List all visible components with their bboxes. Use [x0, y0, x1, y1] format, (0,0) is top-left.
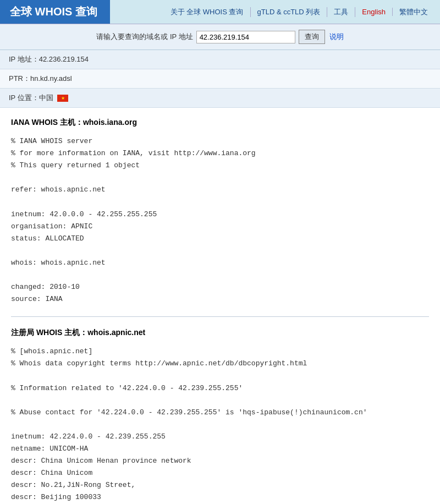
search-label: 请输入要查询的域名或 IP 地址 — [96, 32, 193, 42]
ptr-row: PTR：hn.kd.ny.adsl — [0, 69, 440, 89]
explain-link[interactable]: 说明 — [329, 32, 344, 42]
apnic-whois-text: % [whois.apnic.net] % Whois data copyrig… — [11, 346, 429, 504]
china-flag-icon: ★ — [57, 95, 68, 102]
nav-traditional[interactable]: 繁體中文 — [393, 7, 435, 17]
header: 全球 WHOIS 查询 关于 全球 WHOIS 查询 gTLD & ccTLD … — [0, 0, 440, 24]
nav-about[interactable]: 关于 全球 WHOIS 查询 — [164, 7, 251, 17]
main-content: IANA WHOIS 主机：whois.iana.org % IANA WHOI… — [0, 108, 440, 504]
nav-gtld[interactable]: gTLD & ccTLD 列表 — [251, 7, 328, 17]
apnic-title: 注册局 WHOIS 主机：whois.apnic.net — [11, 328, 429, 339]
iana-whois-text: % IANA WHOIS server % for more informati… — [11, 135, 429, 305]
logo-text: 全球 WHOIS 查询 — [10, 4, 97, 19]
logo: 全球 WHOIS 查询 — [0, 0, 110, 24]
nav-tools[interactable]: 工具 — [327, 7, 355, 17]
iana-title: IANA WHOIS 主机：whois.iana.org — [11, 118, 429, 129]
search-section: 请输入要查询的域名或 IP 地址 查询 说明 — [0, 24, 440, 50]
search-button[interactable]: 查询 — [299, 30, 325, 44]
ptr-text: PTR：hn.kd.ny.adsl — [9, 74, 72, 83]
nav-english[interactable]: English — [355, 8, 393, 16]
ip-address-text: IP 地址：42.236.219.154 — [9, 55, 89, 63]
iana-section: IANA WHOIS 主机：whois.iana.org % IANA WHOI… — [11, 118, 429, 305]
search-input[interactable] — [196, 31, 295, 43]
nav-links: 关于 全球 WHOIS 查询 gTLD & ccTLD 列表 工具 Englis… — [110, 7, 440, 17]
ip-address-row: IP 地址：42.236.219.154 — [0, 50, 440, 69]
location-row: IP 位置：中国 ★ — [0, 89, 440, 108]
apnic-section: 注册局 WHOIS 主机：whois.apnic.net % [whois.ap… — [11, 328, 429, 504]
location-text: IP 位置：中国 — [9, 94, 53, 102]
section-divider — [11, 316, 429, 317]
